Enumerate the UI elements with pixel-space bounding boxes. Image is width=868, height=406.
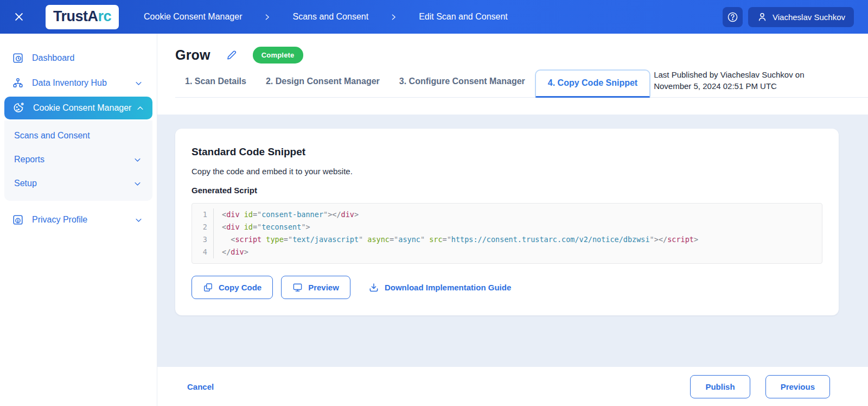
- download-implementation-guide-link[interactable]: Download Implementation Guide: [368, 282, 511, 293]
- help-icon: [727, 11, 738, 23]
- code-line: 2<div id="teconsent">: [192, 221, 822, 233]
- monitor-icon: [292, 282, 303, 293]
- user-name: Viacheslav Suchkov: [773, 12, 845, 22]
- sidebar-item-label: Privacy Profile: [32, 215, 126, 225]
- content-area: Standard Code Snippet Copy the code and …: [157, 115, 868, 367]
- pencil-icon: [226, 49, 238, 61]
- code-line: 3 <script type="text/javascript" async="…: [192, 233, 822, 246]
- sidebar-item-label: Cookie Consent Manager: [33, 103, 131, 113]
- sidebar-item-privacy-profile[interactable]: Privacy Profile: [0, 207, 157, 232]
- line-number: 1: [192, 208, 214, 221]
- edit-title-button[interactable]: [226, 49, 238, 61]
- code-snippet-card: Standard Code Snippet Copy the code and …: [175, 129, 839, 315]
- main-area: Grow Complete 1. Scan Details 2. Design …: [157, 34, 868, 406]
- sidebar-item-cookie-consent-manager[interactable]: Cookie Consent Manager: [4, 97, 152, 119]
- code-line: 4</div>: [192, 246, 822, 258]
- action-footer: Cancel Publish Previous: [157, 367, 868, 406]
- sidebar-item-label: Reports: [14, 155, 133, 164]
- breadcrumb-item-edit-scan-and-consent: Edit Scan and Consent: [419, 12, 508, 22]
- tab-scan-details[interactable]: 1. Scan Details: [175, 69, 256, 97]
- help-button[interactable]: [723, 7, 743, 27]
- generated-script-label: Generated Script: [192, 186, 822, 195]
- app-header: TrustArc Cookie Consent Manager Scans an…: [0, 0, 868, 34]
- code-text: <div id="consent-banner"></div>: [214, 208, 359, 221]
- sidebar-item-scans-and-consent[interactable]: Scans and Consent: [4, 124, 152, 148]
- code-line: 1<div id="consent-banner"></div>: [192, 208, 822, 221]
- code-text: <div id="teconsent">: [214, 221, 310, 233]
- copy-icon: [203, 282, 213, 293]
- page-title: Grow: [175, 47, 210, 63]
- code-text: </div>: [214, 246, 248, 258]
- chevron-up-icon: [136, 104, 144, 112]
- sidebar-item-data-inventory-hub[interactable]: Data Inventory Hub: [0, 71, 157, 96]
- publish-button[interactable]: Publish: [690, 375, 750, 398]
- card-title: Standard Code Snippet: [192, 146, 822, 158]
- sidebar-item-dashboard[interactable]: Dashboard: [0, 46, 157, 71]
- cookie-icon: [12, 101, 25, 115]
- sidebar-item-label: Dashboard: [32, 53, 143, 63]
- user-menu-button[interactable]: Viacheslav Suchkov: [748, 7, 854, 27]
- tab-copy-code-snippet[interactable]: 4. Copy Code Snippet: [535, 69, 650, 98]
- tab-bar: 1. Scan Details 2. Design Consent Manage…: [175, 69, 868, 98]
- preview-button[interactable]: Preview: [281, 276, 350, 299]
- previous-button[interactable]: Previous: [765, 375, 830, 398]
- card-description: Copy the code and embed it to your websi…: [192, 167, 822, 176]
- user-icon: [757, 11, 768, 22]
- code-snippet-block[interactable]: 1<div id="consent-banner"></div>2<div id…: [192, 203, 822, 264]
- last-published-text: Last Published by Viacheslav Suchkov on …: [654, 69, 841, 97]
- download-icon: [368, 282, 379, 293]
- close-icon[interactable]: [12, 10, 26, 24]
- line-number: 3: [192, 233, 214, 246]
- sidebar-item-label: Data Inventory Hub: [32, 78, 126, 88]
- logo-text-navy: TrustA: [53, 8, 98, 25]
- download-label: Download Implementation Guide: [385, 283, 511, 292]
- sidebar: Dashboard Data Inventory Hub Cookie Cons…: [0, 34, 157, 406]
- line-number: 2: [192, 221, 214, 233]
- breadcrumb-item-scans-and-consent[interactable]: Scans and Consent: [292, 12, 368, 22]
- preview-label: Preview: [308, 283, 339, 292]
- breadcrumb: Cookie Consent Manager Scans and Consent…: [144, 12, 508, 22]
- page-header: Grow Complete 1. Scan Details 2. Design …: [157, 34, 868, 115]
- chevron-down-icon: [135, 216, 143, 224]
- chevron-down-icon: [133, 180, 142, 188]
- copy-code-button[interactable]: Copy Code: [192, 276, 273, 299]
- chevron-right-icon: [264, 14, 271, 21]
- line-number: 4: [192, 246, 214, 258]
- tab-configure-consent-manager[interactable]: 3. Configure Consent Manager: [390, 69, 535, 97]
- chevron-down-icon: [133, 156, 142, 164]
- logo-text-teal: rc: [98, 8, 112, 25]
- sidebar-item-setup[interactable]: Setup: [4, 172, 152, 195]
- sitemap-icon: [12, 77, 24, 89]
- sidebar-item-label: Setup: [14, 179, 133, 188]
- cookie-consent-submenu: Scans and Consent Reports Setup: [4, 120, 152, 201]
- breadcrumb-item-cookie-consent-manager[interactable]: Cookie Consent Manager: [144, 12, 242, 22]
- sidebar-item-label: Scans and Consent: [14, 131, 142, 141]
- trustarc-logo: TrustArc: [46, 5, 119, 29]
- privacy-profile-icon: [12, 214, 24, 226]
- tab-design-consent-manager[interactable]: 2. Design Consent Manager: [256, 69, 390, 97]
- copy-code-label: Copy Code: [219, 283, 261, 292]
- cancel-button[interactable]: Cancel: [187, 382, 214, 391]
- status-badge: Complete: [253, 47, 303, 64]
- dashboard-icon: [12, 52, 24, 64]
- chevron-down-icon: [135, 79, 143, 87]
- code-text: <script type="text/javascript" async="as…: [214, 233, 698, 246]
- chevron-right-icon: [390, 14, 397, 21]
- sidebar-item-reports[interactable]: Reports: [4, 148, 152, 172]
